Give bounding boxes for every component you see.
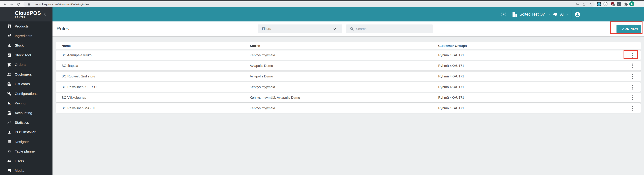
sidebar-item-label: Configurations [15,92,38,96]
app-topbar: Solteq Test Oy All [52,8,644,22]
sidebar-item-accounting[interactable]: Accounting [0,108,52,118]
browser-menu-icon[interactable] [638,2,640,6]
cell-name: BO Iltapala [62,64,78,68]
sidebar-item-label: Orders [15,63,26,67]
sidebar-collapse-icon[interactable] [43,12,47,17]
search-box [346,24,433,33]
cell-customer-groups: Ryhmä 4KAU171 [438,96,464,100]
sidebar-item-customers[interactable]: Customers [0,70,52,79]
sidebar: CloudPOS SOLTEQ ProductsIngredientsStock… [0,8,52,175]
cell-name: BO Ruokailu 2nd store [62,74,95,78]
cell-stores: Kehitys myymälä, Aviapolis Demo [250,96,300,100]
browser-profile-avatar[interactable]: S [629,1,634,6]
image-icon [7,168,12,173]
sidebar-item-label: Designer [15,140,29,144]
sidebar-item-users[interactable]: Users [0,156,52,166]
restaurant-icon [7,24,12,28]
sidebar-item-statistics[interactable]: Statistics [0,118,52,128]
sidebar-item-label: Stock [15,44,24,48]
table-row[interactable]: BO Päivällinen KE - SUKehitys myymäläRyh… [56,82,641,92]
logo-subtitle: SOLTEQ [15,16,26,18]
filters-chevron-down-icon [333,27,336,31]
filters-label: Filters [262,27,271,31]
sidebar-item-table-planner[interactable]: Table planner [0,147,52,156]
sidebar-item-stock[interactable]: Stock [0,41,52,50]
react-devtools-extension-icon[interactable] [597,2,601,6]
sidebar-item-label: Products [15,24,29,28]
cell-name: BO Päivällinen MA - TI [62,106,95,110]
table-row[interactable]: BO Aamupala viikkoKehitys myymäläRyhmä 4… [56,50,641,60]
account-balance-icon [7,111,12,115]
add-new-button[interactable]: + ADD NEW [616,25,641,33]
sidebar-item-stock-tool[interactable]: Stock Tool [0,50,52,60]
page-title: Rules [56,26,69,32]
search-input[interactable] [356,26,428,32]
store-icon[interactable] [553,12,558,17]
sidebar-item-pos-installer[interactable]: POS Installer [0,128,52,137]
profile-icon[interactable] [575,12,580,17]
select-all-icon [7,149,12,154]
row-menu-icon[interactable] [630,84,634,91]
logo-title: CloudPOS [15,10,41,16]
sidebar-item-media[interactable]: Media [0,166,52,175]
table-row[interactable]: BO ViikkolounasKehitys myymälä, Aviapoli… [56,93,641,102]
column-header-stores: Stores [250,44,260,48]
share-icon[interactable] [582,3,586,6]
sidebar-item-label: Pricing [15,101,26,105]
grid-icon [7,140,12,144]
trending-up-icon [7,120,12,125]
browser-back-button[interactable] [3,2,8,7]
orbit-extension-icon[interactable] [604,2,608,6]
browser-address-bar[interactable]: dev.solteqpos.com/#/contractCatering/rul… [24,2,595,7]
form-extension-icon[interactable]: + [617,2,621,6]
people-icon [7,159,12,163]
cell-customer-groups: Ryhmä 4KAU171 [438,106,464,110]
sidebar-item-designer[interactable]: Designer [0,137,52,146]
extensions-puzzle-icon[interactable] [624,2,628,6]
row-menu-icon[interactable] [630,73,634,80]
column-header-name: Name [62,44,70,48]
cell-customer-groups: Ryhmä 4KAU171 [438,74,464,78]
password-key-icon[interactable] [576,3,579,6]
sidebar-item-label: Users [15,159,24,163]
sidebar-item-pricing[interactable]: €Pricing [0,98,52,108]
browser-forward-button[interactable] [10,2,14,7]
browser-reload-button[interactable] [16,2,21,7]
bookmark-star-icon[interactable] [589,3,592,6]
sidebar-item-label: Table planner [15,149,36,154]
sidebar-item-configurations[interactable]: Configurations [0,89,52,98]
sidebar-item-products[interactable]: Products [0,22,52,31]
sidebar-item-orders[interactable]: Orders [0,60,52,70]
page-header: Rules Filters + ADD NEW [52,22,644,36]
download-icon [7,130,12,134]
table-row[interactable]: BO Päivällinen MA - TIKehitys myymäläRyh… [56,103,641,113]
row-menu-icon[interactable] [630,94,634,101]
store-chevron-down-icon[interactable] [566,13,569,16]
ublock-badge: 1 [612,4,615,6]
filters-dropdown[interactable]: Filters [258,24,342,33]
lock-icon[interactable] [28,3,30,6]
cell-customer-groups: Ryhmä 4KAU171 [438,64,464,68]
sidebar-item-label: Ingredients [15,34,32,38]
sidebar-item-label: Statistics [15,120,29,124]
browser-top-strip [0,0,644,1]
sidebar-item-ingredients[interactable]: Ingredients [0,31,52,40]
barcode-scanner-icon[interactable] [501,12,506,17]
table-row[interactable]: BO Ruokailu 2nd storeAviapolis DemoRyhmä… [56,72,641,81]
store-selector[interactable]: All [560,12,564,16]
row-menu-icon[interactable] [630,62,634,70]
cell-stores: Kehitys myymälä [250,85,275,89]
row-menu-icon[interactable] [630,105,634,112]
row-menu-icon[interactable] [630,52,634,59]
table-row[interactable]: BO IltapalaAviapolis DemoRyhmä 4KAU171 [56,61,641,70]
company-building-icon[interactable] [512,12,517,17]
company-selector[interactable]: Solteq Test Oy [520,12,544,16]
people-icon [7,72,12,76]
sidebar-item-label: Stock Tool [15,53,31,57]
card-giftcard-icon [7,82,12,86]
sidebar-item-label: Gift cards [15,82,30,86]
company-chevron-down-icon[interactable] [548,13,551,16]
ublock-extension-icon[interactable]: 1 [610,2,615,6]
sidebar-item-gift-cards[interactable]: Gift cards [0,79,52,89]
assessment-icon [7,53,12,57]
